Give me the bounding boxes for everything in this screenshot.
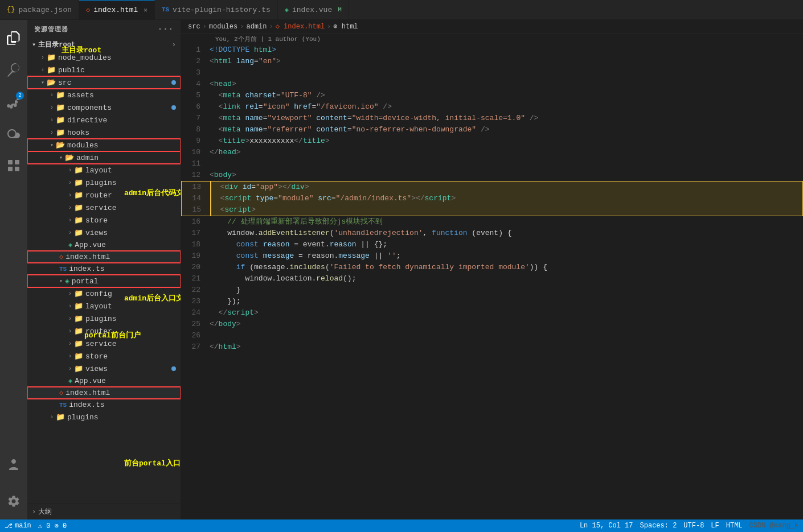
- sidebar-item-index-html-admin[interactable]: ◇ index.html: [27, 251, 181, 263]
- folder-icon: 📁: [74, 364, 83, 373]
- code-line-3: 3: [181, 67, 803, 79]
- folder-icon: 📁: [74, 339, 83, 348]
- git-info: You, 2个月前 | 1 author (You): [181, 34, 803, 44]
- sidebar-item-app-vue-portal[interactable]: ◈ App.vue: [27, 375, 181, 387]
- chevron-down-icon: ▾: [41, 79, 44, 86]
- sidebar-item-config-portal[interactable]: › 📁 config: [27, 287, 181, 300]
- tab-icon-ts: TS: [162, 6, 169, 13]
- tab-package-json[interactable]: {} package.json: [0, 0, 79, 19]
- code-line-6: 6 <link rel="icon" href="/favicon.ico" /…: [181, 101, 803, 113]
- activity-debug[interactable]: [0, 120, 27, 147]
- sidebar-item-node-modules[interactable]: › 📁 node_modules: [27, 51, 181, 64]
- activity-search[interactable]: [0, 56, 27, 84]
- ts-file-icon: TS: [59, 266, 67, 273]
- sidebar-item-admin[interactable]: ▾ 📂 admin: [27, 151, 181, 164]
- code-line-11: 11: [181, 158, 803, 170]
- assets-label: assets: [67, 91, 94, 100]
- sidebar-item-store-admin[interactable]: › 📁 store: [27, 214, 181, 226]
- sidebar-item-views-portal[interactable]: › 📁 views: [27, 362, 181, 375]
- chevron-right-icon: ›: [68, 167, 72, 174]
- git-branch-icon: ⎇: [5, 522, 13, 530]
- sidebar-item-router-portal[interactable]: › 📁 router: [27, 325, 181, 337]
- chevron-right-icon: ›: [68, 291, 72, 297]
- activity-settings[interactable]: [0, 488, 27, 515]
- router-admin-label: router: [85, 191, 112, 200]
- sidebar-more-button[interactable]: ···: [158, 24, 174, 34]
- sidebar-item-app-vue-admin[interactable]: ◈ App.vue: [27, 239, 181, 251]
- sidebar-item-directive[interactable]: › 📁 directive: [27, 114, 181, 126]
- breadcrumb-sep3: ›: [269, 23, 273, 31]
- components-dot: [171, 105, 176, 110]
- language-status[interactable]: HTML: [726, 522, 743, 530]
- outline-panel[interactable]: › 大纲: [27, 504, 181, 519]
- sidebar-item-modules[interactable]: ▾ 📂 modules: [27, 139, 181, 151]
- sidebar-item-assets[interactable]: › 📁 assets: [27, 89, 181, 101]
- html-file-icon: ◇: [59, 389, 63, 397]
- chevron-down-icon: ▾: [59, 154, 63, 161]
- breadcrumb-src: src: [188, 23, 200, 31]
- sidebar-item-index-html-portal[interactable]: ◇ index.html: [27, 387, 181, 399]
- code-line-22: 22 }: [181, 284, 803, 296]
- line-number: 10: [181, 147, 210, 158]
- status-bar: ⎇ main ⚠ 0 ⊗ 0 Ln 15, Col 17 Spaces: 2 U…: [0, 519, 803, 532]
- chevron-right-icon: ›: [68, 353, 72, 360]
- svg-rect-0: [8, 160, 13, 164]
- code-line-20: 20 if (message.includes('Failed to fetch…: [181, 262, 803, 273]
- sidebar-item-hooks[interactable]: › 📁 hooks: [27, 126, 181, 139]
- line-number: 25: [181, 319, 210, 330]
- line-number: 9: [181, 135, 210, 147]
- folder-icon: 📁: [74, 314, 83, 323]
- sidebar-item-portal[interactable]: ▾ ◈ portal: [27, 275, 181, 287]
- line-content: <head>: [210, 79, 803, 90]
- code-line-8: 8 <meta name="referrer" content="no-refe…: [181, 124, 803, 135]
- sidebar-item-plugins-admin[interactable]: › 📁 plugins: [27, 176, 181, 189]
- line-number: 27: [181, 341, 210, 353]
- line-number: 19: [181, 250, 210, 262]
- folder-icon: 📁: [47, 65, 56, 75]
- breadcrumb-html: ⊛ html: [333, 22, 358, 31]
- breadcrumb: src › modules › admin › ◇ index.html › ⊛…: [181, 20, 803, 34]
- folder-icon: 📁: [47, 53, 56, 62]
- sidebar-item-components[interactable]: › 📁 components: [27, 101, 181, 114]
- modules-label: modules: [67, 141, 99, 150]
- tab-index-vue[interactable]: ◈ index.vue M: [278, 0, 349, 19]
- sidebar-item-layout-portal[interactable]: › 📁 layout: [27, 300, 181, 312]
- code-line-2: 2<html lang="en">: [181, 56, 803, 67]
- activity-git[interactable]: 2: [0, 88, 27, 116]
- code-editor[interactable]: 1<!DOCTYPE html>2<html lang="en">34<head…: [181, 44, 803, 519]
- annotation-portal-entry: 前台portal入口文件: [124, 458, 181, 468]
- git-branch-status[interactable]: ⎇ main: [5, 522, 31, 530]
- errors-status[interactable]: ⚠ 0 ⊗ 0: [38, 522, 67, 530]
- chevron-right-icon: ›: [32, 508, 36, 516]
- code-line-21: 21 window.location.reload();: [181, 273, 803, 284]
- close-icon[interactable]: ✕: [144, 6, 148, 14]
- activity-account[interactable]: [0, 451, 27, 479]
- sidebar-item-plugins-portal[interactable]: › 📁 plugins: [27, 312, 181, 325]
- activity-explorer[interactable]: [0, 24, 27, 52]
- folder-icon: 📁: [74, 178, 83, 187]
- sidebar-item-public[interactable]: › 📁 public: [27, 64, 181, 76]
- sidebar-item-service-admin[interactable]: › 📁 service: [27, 201, 181, 214]
- activity-extensions[interactable]: [0, 152, 27, 179]
- sidebar-item-plugins-src[interactable]: › 📁 plugins: [27, 411, 181, 423]
- sidebar-item-src[interactable]: ▾ 📂 src: [27, 76, 181, 89]
- line-content: // 处理前端重新部署后导致部分js模块找不到: [210, 216, 803, 228]
- store-portal-label: store: [85, 352, 108, 361]
- sidebar-item-router-admin[interactable]: › 📁 router: [27, 189, 181, 201]
- line-number: 14: [182, 193, 210, 204]
- sidebar-item-views-admin[interactable]: › 📁 views: [27, 226, 181, 239]
- breadcrumb-sep2: ›: [240, 23, 244, 31]
- root-folder[interactable]: ▾ 主目录root ›: [27, 38, 181, 51]
- sidebar-item-layout-admin[interactable]: › 📁 layout: [27, 164, 181, 176]
- tab-vite-plugin[interactable]: TS vite-plugin-history.ts: [155, 0, 278, 19]
- chevron-right-icon: ›: [68, 366, 72, 372]
- folder-icon: 📁: [74, 216, 83, 225]
- breadcrumb-modules: modules: [209, 23, 237, 31]
- plugins-admin-label: plugins: [85, 179, 117, 187]
- sidebar-item-index-ts-admin[interactable]: TS index.ts: [27, 263, 181, 275]
- store-admin-label: store: [85, 216, 108, 225]
- sidebar-item-store-portal[interactable]: › 📁 store: [27, 350, 181, 362]
- sidebar-item-index-ts-portal[interactable]: TS index.ts: [27, 399, 181, 411]
- sidebar-item-service-portal[interactable]: › 📁 service: [27, 337, 181, 350]
- tab-index-html[interactable]: ◇ index.html ✕: [79, 0, 155, 19]
